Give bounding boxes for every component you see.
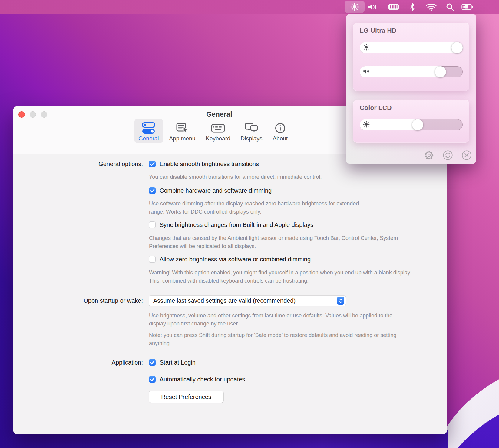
tab-label: About [273,135,288,142]
checkbox-combine-dimming[interactable] [149,187,156,194]
close-icon [461,150,472,160]
volume-icon [363,68,370,76]
menubar-monitorcontrol-item[interactable] [387,0,400,14]
startup-note: Note: you can press Shift during startup… [149,331,406,348]
slider-fill [360,42,463,53]
option-caption: Warning! With this option enabled, you m… [149,269,420,285]
startup-mode-select[interactable]: Assume last saved settings are valid (re… [149,296,346,306]
volume-icon [368,3,378,11]
section-divider [24,289,414,289]
zoom-traffic-light[interactable] [41,111,47,118]
checkbox-label: Enable smooth brightness transitions [160,161,259,168]
battery-charging-icon [461,2,474,11]
menubar-volume-item[interactable] [366,0,380,14]
menubar-bluetooth-item[interactable] [406,0,419,14]
slider-knob[interactable] [435,66,446,77]
checkbox-start-at-login[interactable] [149,359,156,366]
brightness-icon [350,2,359,11]
option-row: Allow zero brightness via software or co… [149,256,311,263]
select-stepper [337,297,344,305]
lg-volume-slider[interactable] [360,66,463,77]
refresh-icon [443,150,453,160]
tab-label: App menu [169,135,196,142]
lcd-brightness-slider[interactable] [360,119,463,130]
app-menu-icon [176,121,189,135]
close-traffic-light[interactable] [18,111,25,118]
monitor-bars-icon [388,3,399,11]
minimize-traffic-light[interactable] [30,111,36,118]
startup-caption: Use brightness, volume and other setting… [149,312,411,328]
brightness-icon [363,44,370,52]
toggles-icon [142,121,155,135]
option-caption: You can disable smooth transitions for a… [149,173,322,181]
menubar-wifi-item[interactable] [425,0,438,14]
bluetooth-icon [410,2,415,11]
settings-button[interactable] [424,150,435,161]
slider-knob[interactable] [412,119,423,130]
checkbox-label: Sync brightness changes from Built-in an… [160,221,313,228]
monitorcontrol-popover: LG Ultra HD [346,14,476,164]
tab-general[interactable]: General [134,119,163,143]
section-label-general-options: General options: [13,160,143,168]
tab-label: General [138,135,159,142]
info-icon [274,121,286,135]
displays-icon [245,121,258,135]
reset-preferences-button[interactable]: Reset Preferences [149,391,223,403]
menu-bar [0,0,499,14]
option-caption: Changes that are caused by the Ambient l… [149,234,412,250]
option-row: Automatically check for updates [149,376,245,383]
checkbox-smooth-transitions[interactable] [149,161,156,167]
display-name: Color LCD [360,104,392,111]
tab-label: Keyboard [206,135,230,142]
keyboard-icon [211,121,225,135]
checkbox-label: Combine hardware and software dimming [160,187,272,194]
window-title: General [159,110,280,119]
refresh-button[interactable] [442,150,453,161]
wifi-icon [426,3,437,11]
slider-fill [360,66,444,77]
display-card-color-lcd: Color LCD [353,100,469,143]
option-caption: Use software dimming after the display r… [149,200,373,216]
search-icon [446,3,454,11]
popover-footer [424,150,472,161]
select-value: Assume last saved settings are valid (re… [153,297,296,304]
checkbox-sync-brightness[interactable] [149,221,156,228]
lg-brightness-slider[interactable] [360,42,463,53]
section-label-startup: Upon startup or wake: [13,297,143,304]
checkbox-auto-update[interactable] [149,376,156,383]
menubar-battery-item[interactable] [461,0,474,14]
section-divider [24,351,414,351]
tab-about[interactable]: About [269,119,292,143]
section-label-application: Application: [13,359,143,366]
option-row: Enable smooth brightness transitions [149,160,259,168]
tab-app-menu[interactable]: App menu [165,119,200,143]
checkbox-label: Allow zero brightness via software or co… [160,256,311,263]
checkbox-label: Automatically check for updates [160,376,245,383]
option-row: Start at Login [149,359,196,366]
option-row: Sync brightness changes from Built-in an… [149,221,313,228]
tab-label: Displays [241,135,263,142]
quit-button[interactable] [461,150,472,161]
checkbox-allow-zero-brightness[interactable] [149,256,156,263]
display-name: LG Ultra HD [360,27,396,34]
tab-keyboard[interactable]: Keyboard [202,119,234,143]
toolbar-tabs: General App menu [134,119,292,143]
chevron-up-down-icon [339,298,343,304]
display-card-lg-ultra-hd: LG Ultra HD [353,23,469,91]
slider-knob[interactable] [451,42,463,53]
gear-icon [424,150,435,161]
option-row: Combine hardware and software dimming [149,187,272,194]
tab-displays[interactable]: Displays [237,119,266,143]
checkbox-label: Start at Login [160,359,196,366]
brightness-icon [363,121,370,129]
menubar-search-item[interactable] [443,0,457,14]
menubar-brightness-item[interactable] [345,1,365,13]
